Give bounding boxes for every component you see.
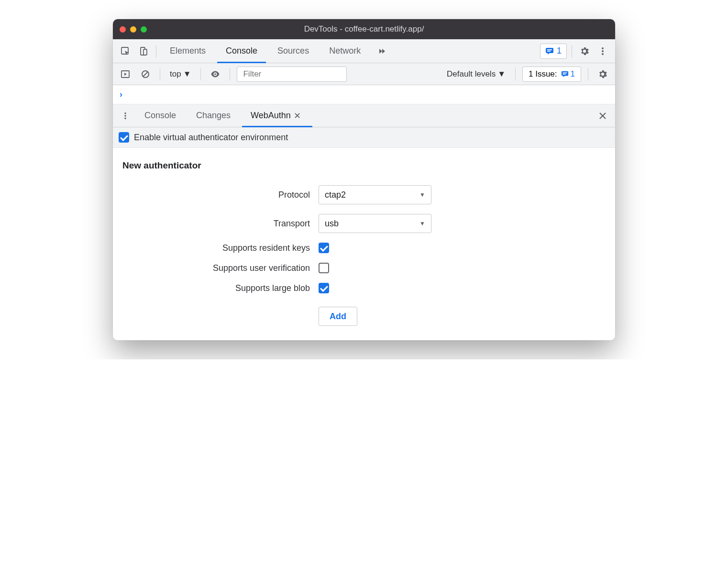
- large-blob-checkbox[interactable]: [319, 283, 329, 293]
- close-tab-icon[interactable]: ✕: [291, 111, 304, 121]
- enable-virtual-auth-row: Enable virtual authenticator environment: [113, 127, 615, 148]
- divider: [200, 68, 201, 80]
- transport-row: Transport usb ▼: [122, 214, 606, 233]
- console-toolbar: top ▼ Default levels ▼ 1 Issue: 1: [113, 63, 615, 85]
- divider: [572, 45, 572, 57]
- device-toolbar-icon[interactable]: [136, 44, 151, 59]
- tab-network[interactable]: Network: [320, 39, 369, 63]
- minimize-window-button[interactable]: [130, 26, 136, 33]
- sidebar-toggle-icon[interactable]: [118, 67, 133, 82]
- live-expression-icon[interactable]: [208, 67, 223, 82]
- dropdown-triangle-icon: ▼: [419, 220, 425, 227]
- protocol-label: Protocol: [122, 190, 319, 200]
- tab-sources[interactable]: Sources: [269, 39, 318, 63]
- log-levels-selector[interactable]: Default levels ▼: [444, 69, 508, 79]
- divider: [515, 68, 516, 80]
- svg-point-8: [602, 53, 604, 55]
- issues-badge[interactable]: 1 Issue: 1: [522, 67, 581, 82]
- traffic-lights: [120, 26, 147, 33]
- svg-line-11: [143, 72, 148, 77]
- settings-icon[interactable]: [577, 44, 592, 59]
- svg-rect-3: [546, 48, 553, 53]
- more-tabs-icon[interactable]: [374, 44, 389, 59]
- drawer-menu-icon[interactable]: [118, 108, 133, 123]
- large-blob-label: Supports large blob: [122, 283, 319, 293]
- dropdown-triangle-icon: ▼: [419, 191, 425, 198]
- divider: [160, 68, 160, 80]
- messages-count: 1: [557, 46, 562, 56]
- devtools-window: DevTools - coffee-cart.netlify.app/ Elem…: [113, 19, 615, 340]
- window-title: DevTools - coffee-cart.netlify.app/: [120, 24, 608, 34]
- close-window-button[interactable]: [120, 26, 126, 33]
- close-drawer-icon[interactable]: [595, 108, 610, 123]
- user-verification-label: Supports user verification: [122, 263, 319, 273]
- resident-keys-checkbox[interactable]: [319, 243, 329, 253]
- svg-rect-14: [563, 72, 567, 73]
- add-button[interactable]: Add: [319, 307, 357, 326]
- messages-badge[interactable]: 1: [540, 44, 567, 59]
- drawer-tab-webauthn[interactable]: WebAuthn ✕: [242, 104, 312, 127]
- new-authenticator-panel: New authenticator Protocol ctap2 ▼ Trans…: [113, 148, 615, 340]
- svg-rect-13: [561, 71, 568, 76]
- drawer-tab-console[interactable]: Console: [136, 104, 185, 127]
- more-menu-icon[interactable]: [595, 44, 610, 59]
- svg-point-12: [215, 73, 217, 75]
- section-title: New authenticator: [122, 160, 606, 171]
- clear-console-icon[interactable]: [138, 67, 153, 82]
- drawer-tabbar: Console Changes WebAuthn ✕: [113, 104, 615, 127]
- dropdown-triangle-icon: ▼: [497, 69, 506, 79]
- svg-point-17: [124, 115, 126, 117]
- svg-point-16: [124, 112, 126, 114]
- dropdown-triangle-icon: ▼: [183, 69, 191, 79]
- divider: [230, 68, 230, 80]
- console-prompt[interactable]: ›: [113, 85, 615, 104]
- svg-point-6: [602, 47, 604, 49]
- svg-point-18: [124, 117, 126, 119]
- tab-elements[interactable]: Elements: [161, 39, 214, 63]
- user-verification-row: Supports user verification: [122, 263, 606, 273]
- svg-point-7: [602, 50, 604, 52]
- enable-virtual-auth-label: Enable virtual authenticator environment: [134, 133, 288, 143]
- enable-virtual-auth-checkbox[interactable]: [119, 132, 129, 143]
- user-verification-checkbox[interactable]: [319, 263, 329, 273]
- divider: [156, 45, 156, 57]
- svg-rect-15: [563, 74, 565, 75]
- svg-rect-2: [143, 49, 147, 55]
- svg-rect-4: [547, 49, 552, 50]
- large-blob-row: Supports large blob: [122, 283, 606, 293]
- maximize-window-button[interactable]: [141, 26, 147, 33]
- transport-label: Transport: [122, 219, 319, 229]
- protocol-row: Protocol ctap2 ▼: [122, 185, 606, 204]
- prompt-chevron-icon: ›: [120, 89, 122, 100]
- console-settings-icon[interactable]: [595, 67, 610, 82]
- resident-keys-row: Supports resident keys: [122, 243, 606, 253]
- context-selector[interactable]: top ▼: [167, 69, 194, 79]
- resident-keys-label: Supports resident keys: [122, 243, 319, 253]
- transport-select[interactable]: usb ▼: [319, 214, 431, 233]
- main-tabbar: Elements Console Sources Network 1: [113, 39, 615, 63]
- svg-rect-5: [547, 51, 551, 52]
- protocol-select[interactable]: ctap2 ▼: [319, 185, 431, 204]
- titlebar: DevTools - coffee-cart.netlify.app/: [113, 19, 615, 39]
- inspect-icon[interactable]: [118, 44, 133, 59]
- filter-input[interactable]: [237, 67, 347, 82]
- tab-console[interactable]: Console: [217, 39, 266, 63]
- drawer-tab-changes[interactable]: Changes: [188, 104, 239, 127]
- divider: [588, 68, 588, 80]
